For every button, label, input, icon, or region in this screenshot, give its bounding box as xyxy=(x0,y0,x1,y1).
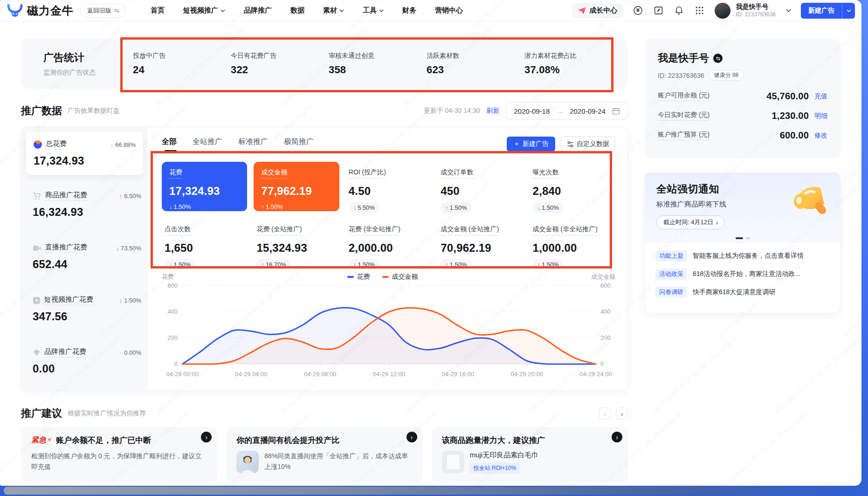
deadline-pill[interactable]: 截止时间: 4月12日 › xyxy=(656,215,725,229)
left-metric-5[interactable]: 品牌推广花费0.00%0.00 xyxy=(21,336,148,388)
trend-arrow-icon: ↑ xyxy=(445,261,448,268)
legend-item-2[interactable]: 成交金额 xyxy=(382,273,418,281)
left-axis-label: 花费 xyxy=(162,273,174,281)
user-chevron-down-icon[interactable] xyxy=(785,5,792,16)
tab-1[interactable]: 全部 xyxy=(162,137,177,152)
nav-item-label: 短视频推广 xyxy=(183,6,218,15)
notice-hero[interactable]: 全站强切通知 标准推广商品即将下线 截止时间: 4月12日 › xyxy=(645,173,840,243)
metric-card-5[interactable]: 曝光次数2,840↓1.50% xyxy=(530,162,615,205)
back-to-old-version-button[interactable]: 返回旧版 ⇆ xyxy=(80,4,126,18)
promo-tabs-row: 全部全站推广标准推广极简推广 ＋ 新建广告 自定义数据 xyxy=(162,137,615,152)
new-ad-dropdown-button[interactable] xyxy=(842,3,855,19)
nav-item-5[interactable]: 素材 xyxy=(323,6,344,15)
user-avatar[interactable] xyxy=(715,3,730,19)
metric-card-4[interactable]: 成交订单数450↑1.50% xyxy=(438,162,523,205)
metric-card-label: 成交金额 (全站推广) xyxy=(441,225,499,235)
metric-card-9[interactable]: 成交金额 (全站推广)70,962.19↑1.50% xyxy=(438,219,523,262)
top-navigation: 磁力金牛 返回旧版 ⇆ 首页短视频推广品牌推广数据素材工具财务营销中心 成长中心… xyxy=(0,0,861,21)
metric-card-value: 17,324.93 xyxy=(169,185,240,198)
new-ad-button[interactable]: 新建广告 xyxy=(801,3,842,19)
tab-4[interactable]: 极简推广 xyxy=(284,137,314,152)
pager-next-button[interactable]: › xyxy=(616,407,628,420)
nav-item-1[interactable]: 首页 xyxy=(151,6,165,15)
account-row-action-link[interactable]: 修改 xyxy=(814,131,827,140)
account-id: ID: 2233763636 xyxy=(658,72,704,79)
yuan-circle-icon[interactable]: ¥ xyxy=(633,5,644,16)
user-info[interactable]: 我是快手号 ID: 2233763636 xyxy=(736,3,776,18)
account-row-action-link[interactable]: 充值 xyxy=(814,92,827,101)
notice-row-1[interactable]: 功能上新智能客服上线为你服务，点击查看详情 xyxy=(655,250,830,262)
metric-card-label: 点击次数 xyxy=(165,225,191,235)
legend-item-1[interactable]: 花费 xyxy=(347,273,370,281)
card-arrow-button[interactable]: › xyxy=(406,432,417,442)
metric-card-10[interactable]: 成交金额 (非全站推广)1,000.00↑1.50% xyxy=(530,219,615,262)
logo[interactable]: 磁力金牛 xyxy=(7,3,74,18)
metric-card-percent: ↓1.50% xyxy=(165,259,195,270)
account-row-action-link[interactable]: 明细 xyxy=(814,112,827,120)
nav-item-2[interactable]: 短视频推广 xyxy=(183,6,225,15)
nav-item-4[interactable]: 数据 xyxy=(290,6,304,15)
nav-item-3[interactable]: 品牌推广 xyxy=(244,6,272,15)
notice-row-2[interactable]: 活动政策618活动报名开始，商家注意活动政... xyxy=(655,269,830,280)
watermark-text: 2025/10/10 21:07:02 wb_zhaoyingxin xyxy=(648,333,740,416)
svg-text:0: 0 xyxy=(600,360,604,367)
nav-item-7[interactable]: 财务 xyxy=(402,6,416,15)
card-arrow-button[interactable]: › xyxy=(201,432,212,442)
left-metric-2[interactable]: 商品推广花费↑ 6.50%16,324.93 xyxy=(21,179,148,232)
note-icon[interactable] xyxy=(653,5,664,16)
jinniu-ox-logo-icon xyxy=(7,4,23,18)
ad-stat-value: 37.08% xyxy=(524,64,622,76)
notice-row-3[interactable]: 问卷调研快手商家618大促满意度调研 xyxy=(655,287,830,298)
tab-3[interactable]: 标准推广 xyxy=(238,137,268,152)
suggestion-card-1[interactable]: ›紧急⚡账户余额不足，推广已中断检测到你的账户余额为 0 元，为保障推广顺利进行… xyxy=(21,427,217,482)
refresh-link[interactable]: 刷新 xyxy=(487,107,500,115)
suggestion-card-2[interactable]: ›你的直播间有机会提升投产比88%同类直播间使用「全站推广」后，成本达成率上涨1… xyxy=(226,427,422,482)
megaphone-icon xyxy=(790,183,833,220)
metric-card-8[interactable]: 花费 (非全站推广)2,000.00↑1.50% xyxy=(346,219,431,262)
live-camera-icon xyxy=(33,245,41,252)
health-score-badge[interactable]: 健康分 98 xyxy=(709,70,744,81)
tab-2[interactable]: 全站推广 xyxy=(193,137,222,152)
trend-arrow-icon: ↑ xyxy=(261,203,264,210)
metric-card-7[interactable]: 花费 (全站推广)15,324.93↑16.70% xyxy=(254,219,339,262)
suggestion-card-3[interactable]: ›该商品跑量潜力大，建议推广muji无印良品素白毛巾投全站 ROI+10% xyxy=(432,427,628,482)
growth-center-link[interactable]: 成长中心 xyxy=(572,3,623,18)
panel-new-ad-button[interactable]: ＋ 新建广告 xyxy=(507,137,555,152)
custom-data-button[interactable]: 自定义数据 xyxy=(561,137,615,152)
card-arrow-button[interactable]: › xyxy=(612,432,622,442)
promo-subtitle: 广告效果数据盯盘 xyxy=(68,107,120,115)
date-range-picker[interactable]: 2020-09-18 → 2020-09-24 xyxy=(506,102,628,120)
metric-card-2[interactable]: 成交金额77,962.19↑1.50% xyxy=(254,162,339,211)
promo-tabs: 全部全站推广标准推广极简推广 xyxy=(162,137,330,152)
grid-apps-icon[interactable] xyxy=(694,5,705,16)
account-swap-icon[interactable]: ⇆ xyxy=(713,54,723,63)
ad-stat-value: 623 xyxy=(427,64,524,76)
roi-badge[interactable]: 投全站 ROI+10% xyxy=(470,463,520,474)
left-metric-percent: ↓ 73.50% xyxy=(116,245,141,252)
pager-prev-button[interactable]: ‹ xyxy=(599,407,611,420)
notice-tag: 活动政策 xyxy=(655,269,687,280)
svg-text:04-29 08:00: 04-29 08:00 xyxy=(304,371,336,378)
nav-item-8[interactable]: 营销中心 xyxy=(435,6,463,15)
left-metric-1[interactable]: 总花费↓ 66.88%17,324.93 xyxy=(26,132,143,175)
carousel-dash-active[interactable] xyxy=(736,237,743,239)
bell-icon[interactable] xyxy=(674,5,685,16)
ad-stat-value: 322 xyxy=(231,64,329,76)
taskbar xyxy=(4,487,858,495)
metric-card-6[interactable]: 点击次数1,650↓1.50% xyxy=(162,219,247,262)
left-metric-4[interactable]: 短视频推广花费↓ 1.50%347.56 xyxy=(21,284,148,336)
panel-new-ad-label: 新建广告 xyxy=(523,140,549,148)
ad-stat-label: 今日有花费广告 xyxy=(231,52,329,60)
carousel-dot[interactable] xyxy=(745,237,750,239)
suggestion-cards: ›紧急⚡账户余额不足，推广已中断检测到你的账户余额为 0 元，为保障推广顺利进行… xyxy=(21,427,628,482)
metric-main: 全部全站推广标准推广极简推广 ＋ 新建广告 自定义数据 xyxy=(148,127,627,390)
metric-card-3[interactable]: ROI (投产比)4.50↓5.50% xyxy=(346,162,431,205)
metric-card-percent: ↓1.50% xyxy=(533,202,564,213)
suggestion-title: 你的直播间有机会提升投产比 xyxy=(236,435,339,446)
metric-card-1[interactable]: 花费17,324.93↓1.50% xyxy=(162,162,247,211)
chevron-down-icon xyxy=(379,9,384,12)
ad-stat-2: 今日有花费广告322 xyxy=(231,52,329,76)
nav-item-6[interactable]: 工具 xyxy=(363,6,384,15)
left-metric-3[interactable]: 直播推广花费↓ 73.50%652.44 xyxy=(21,232,148,284)
legend-label: 成交金额 xyxy=(392,273,418,281)
